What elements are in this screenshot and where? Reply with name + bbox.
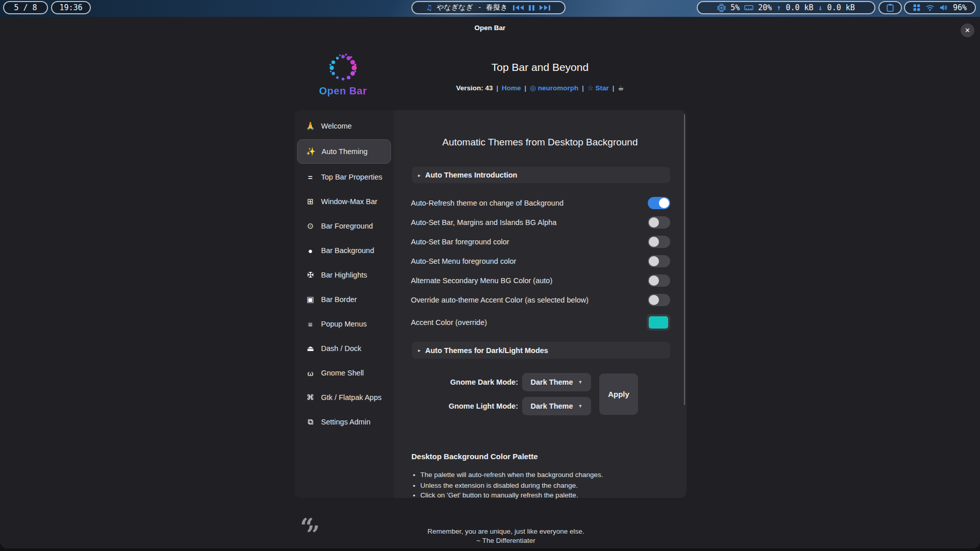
palette-bullet-3: •Click on 'Get' button to manually refre…	[413, 491, 668, 500]
sidebar-item-welcome[interactable]: 🙏 Welcome	[297, 115, 391, 137]
settings-content-panel: Automatic Themes from Desktop Background…	[394, 110, 687, 498]
toggle-row-override-accent: Override auto-theme Accent Color (as sel…	[411, 292, 670, 308]
light-mode-dropdown[interactable]: Dark Theme ▼	[522, 397, 591, 415]
gnome-foot-icon: ω	[305, 369, 316, 378]
memory-value: 20%	[758, 3, 772, 12]
welcome-icon: 🙏	[305, 121, 316, 131]
clock-pill[interactable]: 19:36	[51, 1, 91, 14]
palette-bullet-2: •Unless the extension is disabled during…	[413, 482, 668, 490]
memory-icon	[744, 4, 753, 12]
gnome-dark-mode-label: Gnome Dark Mode:	[436, 378, 518, 386]
volume-value: 96%	[953, 3, 967, 12]
toggle-row-menu-fg: Auto-Set Menu foreground color	[411, 254, 670, 269]
footer-quote: Remember, you are unique, just like ever…	[394, 527, 618, 545]
gnome-light-mode-label: Gnome Light Mode:	[436, 402, 518, 410]
coffee-icon[interactable]: ☕	[618, 84, 624, 92]
sidebar-item-bar-background[interactable]: ● Bar Background	[297, 239, 391, 262]
app-logo: Open Bar	[313, 53, 373, 97]
close-icon: ✕	[965, 27, 970, 34]
sidebar-item-bar-border[interactable]: ▣ Bar Border	[297, 288, 391, 311]
close-button[interactable]: ✕	[961, 23, 974, 37]
auto-refresh-toggle[interactable]	[648, 197, 670, 209]
expander-arrow-icon: ▸	[418, 172, 421, 178]
foreground-icon: ⊙	[305, 221, 316, 231]
menu-fg-toggle[interactable]	[648, 255, 670, 267]
palette-bullet-1: •The palette will auto-refresh when the …	[413, 471, 668, 480]
border-icon: ▣	[305, 295, 316, 304]
sidebar-item-window-max-bar[interactable]: ⊞ Window-Max Bar	[297, 190, 391, 213]
sidebar-item-bar-foreground[interactable]: ⊙ Bar Foreground	[297, 215, 391, 237]
sidebar-item-dash-dock[interactable]: ⏏ Dash / Dock	[297, 337, 391, 360]
bg-alpha-toggle[interactable]	[648, 216, 670, 229]
header-links-row: Version: 43|Home|◎ neuromorph|☆ Star|☕	[407, 84, 673, 92]
scrollbar[interactable]	[684, 114, 685, 405]
chevron-down-icon: ▼	[578, 380, 583, 385]
download-value: 0.0 kB	[827, 3, 855, 12]
logo-wordmark: Open Bar	[313, 85, 373, 97]
home-link[interactable]: Home	[502, 84, 521, 92]
star-link[interactable]: ☆ Star	[587, 84, 609, 92]
expander-arrow-icon: ▸	[418, 347, 421, 353]
sidebar-item-gtk-flatpak-apps[interactable]: ⌘ Gtk / Flatpak Apps	[297, 386, 391, 409]
content-title: Automatic Themes from Desktop Background	[394, 137, 687, 148]
sidebar-item-popup-menus[interactable]: ≡ Popup Menus	[297, 313, 391, 335]
toggle-row-alt-menu-bg: Alternate Secondary Menu BG Color (auto)	[411, 273, 670, 288]
expander-auto-themes-introduction[interactable]: ▸ Auto Themes Introduction	[412, 167, 670, 183]
sidebar-item-bar-highlights[interactable]: ✠ Bar Highlights	[297, 264, 391, 286]
accent-color-button[interactable]	[647, 314, 670, 331]
admin-icon: ⧉	[305, 417, 316, 427]
workspace-indicator[interactable]: 5 / 8	[3, 1, 48, 14]
command-icon: ⌘	[305, 393, 316, 402]
background-icon: ●	[305, 246, 316, 255]
override-accent-toggle[interactable]	[648, 294, 670, 306]
quote-icon: “”	[300, 522, 323, 537]
media-prev-icon[interactable]	[513, 5, 524, 11]
palette-section-title: Desktop Background Color Palette	[411, 452, 538, 461]
author-link[interactable]: ◎ neuromorph	[530, 84, 578, 92]
alt-menu-bg-toggle[interactable]	[648, 274, 670, 287]
sparkles-icon: ✨	[305, 147, 316, 156]
upload-value: 0.0 kB	[786, 3, 813, 12]
chevron-down-icon: ▼	[578, 404, 583, 409]
bar-fg-toggle[interactable]	[648, 236, 670, 248]
cpu-icon	[717, 4, 726, 12]
sidebar-item-settings-admin[interactable]: ⧉ Settings Admin	[297, 411, 391, 433]
sidebar-item-auto-theming[interactable]: ✨ Auto Theming	[297, 139, 391, 164]
clipboard-pill[interactable]	[878, 1, 902, 14]
settings-sidebar: 🙏 Welcome ✨ Auto Theming = Top Bar Prope…	[295, 110, 394, 498]
menu-icon: ≡	[305, 320, 316, 329]
media-pause-icon[interactable]	[529, 5, 534, 11]
system-stats-pill[interactable]: 5% 20% ↑ 0.0 kB ↓ 0.0 kB	[697, 1, 875, 14]
download-arrow-icon: ↓	[818, 3, 823, 12]
window-max-icon: ⊞	[305, 197, 316, 206]
desktop-top-bar: 5 / 8 19:36 ♫ やなぎなぎ - 春擬き 5% 20% ↑ 0.0 k…	[0, 0, 980, 17]
upload-arrow-icon: ↑	[776, 3, 781, 12]
workspace-label: 5 / 8	[14, 3, 37, 12]
version-label: Version: 43	[456, 84, 493, 92]
open-bar-window: Open Bar ✕	[0, 17, 980, 548]
quick-settings-pill[interactable]: 96%	[904, 1, 976, 14]
toggle-row-auto-refresh: Auto-Refresh theme on change of Backgrou…	[411, 195, 670, 211]
media-player-pill[interactable]: ♫ やなぎなぎ - 春擬き	[411, 1, 566, 14]
screen: 5 / 8 19:36 ♫ やなぎなぎ - 春擬き 5% 20% ↑ 0.0 k…	[0, 0, 980, 551]
toggle-row-bar-fg: Auto-Set Bar foreground color	[411, 234, 670, 249]
accent-color-row: Accent Color (override)	[411, 314, 670, 331]
music-note-icon: ♫	[427, 3, 431, 12]
accent-color-swatch	[649, 316, 668, 329]
volume-icon	[940, 4, 947, 11]
apply-button[interactable]: Apply	[599, 373, 638, 415]
star-icon: ☆	[587, 84, 594, 92]
window-title: Open Bar	[0, 24, 980, 32]
apps-grid-icon	[913, 4, 920, 11]
media-title: やなぎなぎ - 春擬き	[436, 3, 507, 12]
highlights-icon: ✠	[305, 270, 316, 280]
sidebar-item-top-bar-properties[interactable]: = Top Bar Properties	[297, 166, 391, 188]
cpu-value: 5%	[730, 3, 740, 12]
sidebar-item-gnome-shell[interactable]: ω Gnome Shell	[297, 362, 391, 384]
clipboard-icon	[887, 4, 894, 12]
expander-dark-light-modes[interactable]: ▸ Auto Themes for Dark/Light Modes	[412, 342, 670, 359]
page-title: Top Bar and Beyond	[428, 61, 652, 73]
eject-icon: ⏏	[305, 344, 316, 353]
dark-mode-dropdown[interactable]: Dark Theme ▼	[522, 373, 591, 391]
media-next-icon[interactable]	[540, 5, 550, 11]
